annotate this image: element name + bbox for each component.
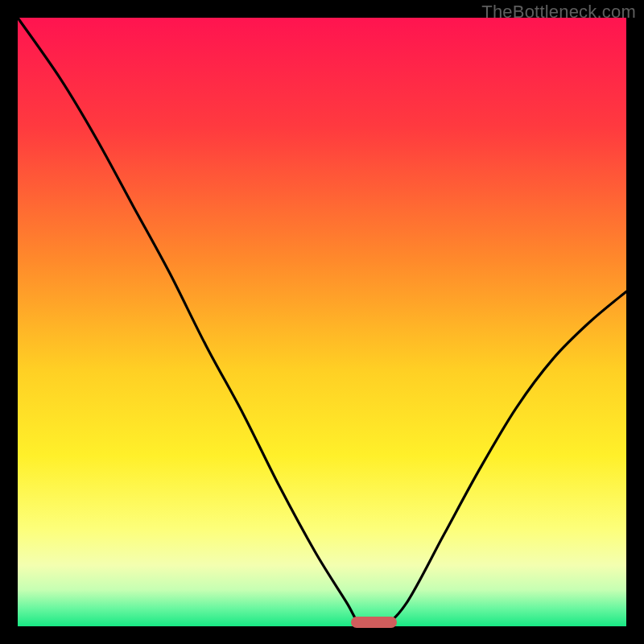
chart-frame: TheBottleneck.com [0,0,644,644]
watermark-text: TheBottleneck.com [481,2,636,23]
minimum-marker [351,617,397,628]
plot-area [18,18,626,626]
bottleneck-curve [18,18,626,626]
